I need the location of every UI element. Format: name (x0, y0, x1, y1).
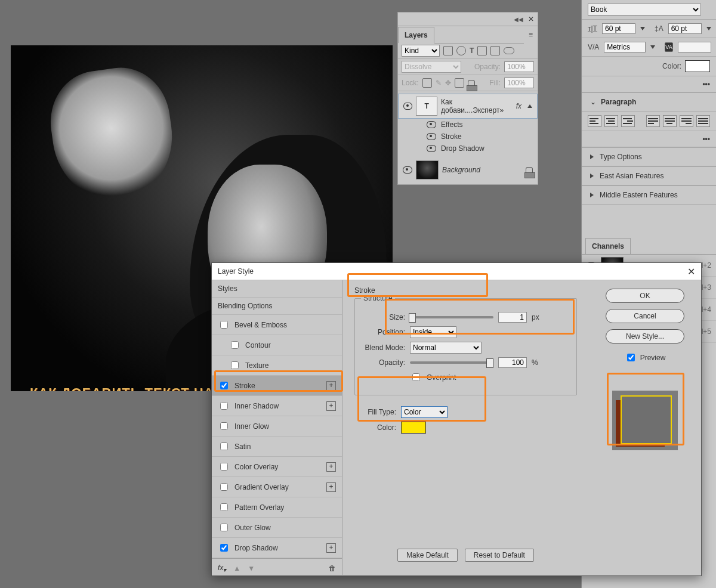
lock-transparent-icon[interactable] (422, 78, 432, 88)
dropdown-icon[interactable] (706, 27, 711, 30)
kerning-input[interactable] (604, 42, 646, 52)
fx-effects-row[interactable]: Effects (398, 119, 538, 131)
add-instance-icon[interactable]: + (326, 381, 336, 391)
layer-name[interactable]: Background (442, 166, 480, 174)
font-size-input[interactable] (602, 23, 635, 34)
style-bevel-emboss[interactable]: Bevel & Emboss (212, 315, 342, 335)
size-input[interactable] (498, 312, 527, 323)
dialog-titlebar[interactable]: Layer Style ✕ (212, 263, 701, 280)
close-icon[interactable]: ✕ (687, 266, 695, 277)
checkbox[interactable] (220, 442, 228, 450)
slider-thumb[interactable] (409, 313, 416, 323)
dropdown-icon[interactable] (650, 45, 655, 49)
tracking-input[interactable] (678, 42, 711, 52)
tab-layers[interactable]: Layers (398, 27, 434, 43)
size-slider[interactable] (410, 316, 493, 318)
lock-position-icon[interactable]: ✥ (445, 79, 451, 87)
add-instance-icon[interactable]: + (326, 482, 336, 492)
lock-icon[interactable] (526, 167, 533, 174)
fill-input[interactable] (504, 78, 534, 88)
visibility-icon[interactable] (427, 121, 436, 128)
layer-item-text[interactable]: T Как добави....Эксперт» fx (398, 94, 538, 119)
move-up-icon[interactable]: ▲ (233, 564, 240, 572)
style-color-overlay[interactable]: Color Overlay+ (212, 457, 342, 477)
reset-default-button[interactable]: Reset to Default (465, 549, 534, 562)
lock-all-icon[interactable] (468, 80, 475, 86)
visibility-icon[interactable] (403, 103, 412, 110)
dropdown-icon[interactable] (640, 27, 645, 30)
blend-mode-select[interactable]: Dissolve (402, 61, 461, 73)
lock-artboard-icon[interactable] (455, 78, 464, 88)
filter-shape-icon[interactable] (477, 46, 487, 55)
add-instance-icon[interactable]: + (326, 401, 336, 411)
fx-stroke-row[interactable]: Stroke (398, 131, 538, 143)
layer-kind-select[interactable]: Kind (402, 45, 440, 57)
checkbox[interactable] (220, 524, 228, 531)
lock-pixels-icon[interactable]: ✎ (436, 79, 442, 87)
cancel-button[interactable]: Cancel (606, 309, 684, 323)
style-blending-options[interactable]: Blending Options (212, 298, 342, 315)
style-outer-glow[interactable]: Outer Glow (212, 518, 342, 538)
leading-input[interactable] (668, 23, 702, 34)
slider-thumb[interactable] (486, 358, 493, 368)
add-instance-icon[interactable]: + (326, 462, 336, 472)
style-pattern-overlay[interactable]: Pattern Overlay (212, 497, 342, 518)
checkbox[interactable] (231, 341, 239, 349)
make-default-button[interactable]: Make Default (397, 549, 458, 562)
blendmode-select[interactable]: Normal (410, 342, 482, 354)
checkbox[interactable] (220, 503, 228, 511)
layer-name[interactable]: Как добави....Эксперт» (441, 98, 513, 114)
style-texture[interactable]: Texture (212, 355, 342, 376)
opacity-input[interactable] (498, 357, 527, 368)
filter-toggle-icon[interactable] (504, 47, 514, 54)
align-right-button[interactable] (621, 115, 635, 127)
align-left-button[interactable] (588, 115, 601, 127)
checkbox[interactable] (220, 422, 228, 430)
checkbox[interactable] (220, 463, 228, 471)
fx-dropshadow-row[interactable]: Drop Shadow (398, 143, 538, 154)
filter-adjust-icon[interactable] (456, 46, 466, 55)
opacity-slider[interactable] (410, 361, 493, 364)
visibility-icon[interactable] (427, 145, 436, 152)
filltype-select[interactable]: Color (401, 406, 448, 418)
fx-badge[interactable]: fx (516, 102, 521, 110)
trash-icon[interactable]: 🗑 (329, 564, 336, 572)
more-icon[interactable]: ••• (702, 80, 710, 88)
checkbox[interactable] (220, 321, 228, 329)
style-gradient-overlay[interactable]: Gradient Overlay+ (212, 477, 342, 497)
paragraph-header[interactable]: ⌄ Paragraph (582, 92, 716, 112)
filter-type-icon[interactable]: T (470, 47, 474, 55)
justify-right-button[interactable] (680, 115, 693, 127)
move-down-icon[interactable]: ▼ (248, 564, 255, 572)
ok-button[interactable]: OK (606, 289, 684, 303)
style-drop-shadow[interactable]: Drop Shadow+ (212, 538, 342, 558)
tracking-icon[interactable]: VA (665, 42, 672, 52)
align-center-button[interactable] (604, 115, 618, 127)
tab-channels[interactable]: Channels (585, 238, 631, 254)
checkbox[interactable] (220, 382, 228, 389)
styles-header[interactable]: Styles (212, 280, 342, 298)
justify-left-button[interactable] (646, 115, 660, 127)
add-instance-icon[interactable]: + (326, 543, 336, 553)
position-select[interactable]: Inside (410, 326, 456, 338)
fx-menu-icon[interactable]: fx▾ (218, 564, 226, 573)
overprint-checkbox[interactable] (412, 373, 420, 381)
justify-center-button[interactable] (663, 115, 677, 127)
style-inner-shadow[interactable]: Inner Shadow+ (212, 396, 342, 416)
close-icon[interactable]: ✕ (528, 15, 534, 23)
checkbox[interactable] (220, 544, 228, 552)
visibility-icon[interactable] (403, 166, 412, 174)
more-icon[interactable]: ••• (702, 135, 710, 143)
justify-all-button[interactable] (696, 115, 710, 127)
font-style-select[interactable]: Book (588, 4, 701, 16)
text-color-swatch[interactable] (685, 60, 710, 72)
fill-color-swatch[interactable] (401, 422, 426, 434)
checkbox[interactable] (220, 402, 228, 410)
style-satin[interactable]: Satin (212, 437, 342, 457)
visibility-icon[interactable] (427, 133, 436, 140)
checkbox[interactable] (220, 483, 228, 491)
collapse-icon[interactable]: ◀◀ (514, 16, 523, 23)
middle-eastern-section[interactable]: Middle Eastern Features (582, 185, 716, 205)
checkbox[interactable] (231, 361, 239, 369)
preview-checkbox[interactable] (627, 354, 635, 361)
